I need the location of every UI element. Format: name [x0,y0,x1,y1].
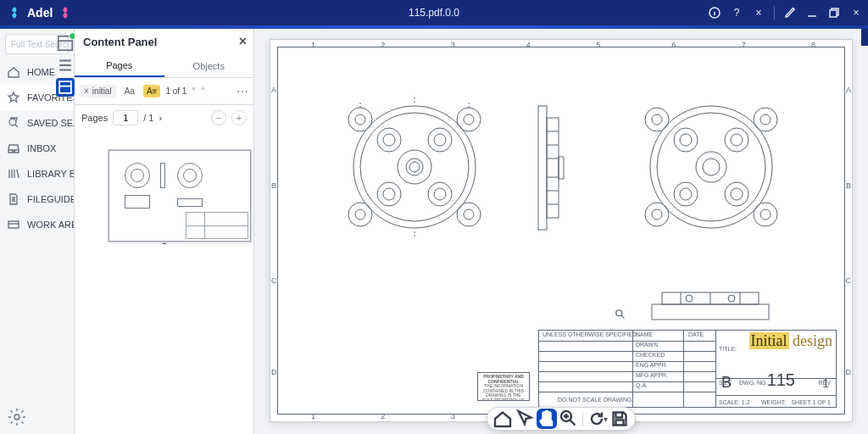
flange-rear-view [635,91,787,243]
project-title-highlight: Initial [749,332,789,349]
svg-point-16 [377,182,401,206]
svg-point-26 [457,203,481,226]
titlebar-separator [774,6,775,19]
rail-item-workarea[interactable]: WORK AREA [0,212,74,237]
svg-rect-29 [547,118,559,218]
svg-point-7 [353,106,476,228]
svg-point-31 [650,106,772,228]
svg-point-17 [383,188,395,200]
home-icon [7,65,20,79]
titlebar-right: ? × × [708,6,863,19]
match-case-toggle[interactable]: Aa [121,85,138,97]
frame-tick: C [271,276,277,285]
tab-pages[interactable]: Pages [75,54,164,77]
star-icon [7,91,20,104]
rail-item-inbox[interactable]: INBOX [0,136,74,161]
lbl-scale: SCALE: 1:2 [719,399,750,405]
frame-tick: 4 [526,41,531,49]
content-panel-minitabs [56,29,75,97]
proprietary-note: PROPRIETARY AND CONFIDENTIAL THE INFORMA… [477,372,530,401]
workarea-icon [7,218,20,231]
size-value: B [721,374,732,392]
page-thumbnail[interactable]: 1 [92,139,236,246]
background-window-peek [861,29,868,46]
home-view-button[interactable] [492,409,513,429]
window-restore-button[interactable] [827,6,841,19]
frame-tick: 7 [742,41,746,49]
project-title-rest: design [789,332,833,349]
svg-rect-5 [58,36,73,51]
svg-point-55 [616,310,622,316]
window-minimize-button[interactable] [805,6,819,19]
frame-tick: C [846,276,852,285]
svg-point-27 [464,209,474,220]
rail-item-saved-search[interactable]: SAVED SEARCH [0,110,74,136]
search-more-button[interactable]: ⋯ [236,85,248,98]
svg-rect-1 [830,10,837,17]
tab-close-button[interactable]: × [752,6,765,19]
page-number-input[interactable] [113,110,138,125]
frame-tick: 6 [671,41,676,49]
page-next-button[interactable]: › [159,113,162,123]
search-chip[interactable]: ×initial [80,85,116,97]
lbl-engappr: ENG APPR. [636,362,668,368]
info-button[interactable] [708,6,721,19]
lbl-drawn: DRAWN [636,342,658,348]
zoom-tool-button[interactable] [559,409,579,429]
edit-button[interactable] [783,6,797,19]
settings-button[interactable] [7,407,27,427]
flange-top-view [647,284,774,325]
frame-tick: B [846,181,851,190]
help-button[interactable]: ? [730,6,743,19]
search-next-button[interactable]: ˅ [201,86,205,96]
window-close-button[interactable]: × [849,6,863,19]
frame-tick: 1 [311,41,315,49]
rail-item-fileguide[interactable]: FILEGUIDE [0,186,74,212]
tab-objects[interactable]: Objects [164,54,254,77]
svg-point-4 [14,415,19,420]
page-nav-label: Pages [81,113,108,123]
svg-rect-28 [538,106,547,230]
proprietary-header: PROPRIETARY AND CONFIDENTIAL [483,374,524,384]
pan-tool-button[interactable] [537,409,557,429]
zoom-in-thumb-button[interactable]: + [231,110,247,125]
document-canvas[interactable]: 1 2 3 4 5 6 7 8 1 2 3 A B C D A B C D [254,29,868,434]
frame-tick: 3 [451,41,455,49]
search-prev-button[interactable]: ˄ [192,86,196,96]
svg-point-14 [428,128,452,152]
flange-front-view [338,91,491,243]
rail-item-library[interactable]: LIBRARY BROWSE [0,161,74,186]
thumbnails-tab-button[interactable] [56,34,75,53]
drawing-sheet: 1 2 3 4 5 6 7 8 1 2 3 A B C D A B C D [270,39,853,422]
svg-point-12 [377,128,401,152]
lbl-name: NAME [636,331,653,337]
app-logo-pink-icon [58,5,73,20]
rail-item-label: INBOX [27,143,56,153]
rotate-menu-caret[interactable]: ▾ [604,415,608,424]
save-view-button[interactable] [609,409,630,429]
search-chip-label: initial [92,86,112,96]
content-panel-close-button[interactable]: × [239,35,247,48]
rail-item-label: SAVED SEARCH [27,118,74,128]
frame-tick: A [271,86,276,94]
whole-word-toggle[interactable]: A≡ [143,85,161,97]
chip-clear-icon[interactable]: × [84,86,89,96]
magnifier-cursor-icon [615,309,626,320]
frame-tick: 5 [596,41,600,49]
content-tab-button[interactable] [56,78,75,97]
svg-point-38 [731,134,743,146]
zoom-out-thumb-button[interactable]: − [211,110,226,125]
thumbnail-strip: 1 [75,131,253,434]
toolbar-separator [582,412,583,426]
select-tool-button[interactable] [515,409,535,429]
search-result-count: 1 of 1 [165,86,186,96]
dwg-number: 115 [767,370,795,390]
outline-tab-button[interactable] [56,56,75,75]
project-title: Initial design [749,332,833,350]
flange-side-view [533,101,567,235]
proprietary-body: THE INFORMATION CONTAINED IN THIS DRAWIN… [482,383,525,401]
lbl-date: DATE [688,331,704,337]
library-icon [7,167,20,181]
title-bar: Adel 115.pdf.0.0 ? × × [0,0,868,25]
svg-point-25 [355,209,365,220]
